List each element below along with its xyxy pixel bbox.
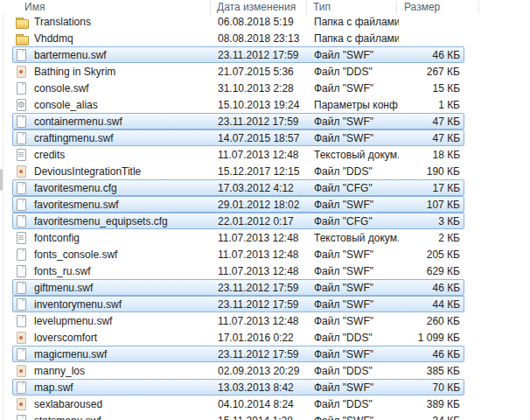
file-name: loverscomfort: [34, 332, 218, 344]
file-size: 1 КБ: [399, 99, 465, 111]
table-row[interactable]: console_alias 15.10.2013 19:24 Параметры…: [12, 96, 464, 113]
table-row[interactable]: bartermenu.swf 23.11.2012 17:59 Файл "SW…: [12, 46, 464, 63]
file-size: 260 КБ: [399, 315, 465, 327]
dds-icon: [15, 364, 29, 378]
file-name: Vhddmq: [34, 32, 218, 45]
file-icon: [15, 281, 29, 295]
file-name: DeviousIntegrationTitle: [34, 165, 218, 178]
table-row[interactable]: console.swf 31.10.2013 2:28 Файл "SWF" 1…: [12, 80, 464, 96]
file-type: Файл "SWF": [314, 315, 399, 327]
column-header-date-modified[interactable]: Дата изменения: [217, 1, 296, 13]
file-type: Файл "SWF": [314, 199, 399, 211]
file-type: Параметры конф...: [314, 99, 399, 111]
file-name: console.swf: [34, 82, 218, 94]
table-row[interactable]: favoritesmenu.swf 29.01.2012 18:02 Файл …: [12, 196, 464, 213]
table-row[interactable]: fonts_ru.swf 11.07.2013 12:48 Файл "SWF"…: [12, 262, 464, 279]
file-size: 205 КБ: [399, 248, 465, 261]
file-size: 46 КБ: [399, 49, 465, 61]
column-separator[interactable]: [396, 2, 397, 14]
file-icon: [15, 48, 29, 62]
file-date-modified: 11.07.2013 12:48: [218, 265, 314, 277]
file-name: fonts_ru.swf: [34, 265, 218, 277]
table-row[interactable]: fonts_console.swf 11.07.2013 12:48 Файл …: [12, 246, 464, 262]
dds-icon: [15, 164, 29, 178]
table-row[interactable]: statsmenu.swf 15.11.2014 1:28 Файл "SWF"…: [12, 412, 464, 420]
file-type: Файл "CFG": [314, 215, 399, 228]
file-type: Папка с файлами: [314, 32, 399, 45]
file-type: Файл "SWF": [314, 282, 399, 294]
table-row[interactable]: Bathing in Skyrim 21.07.2015 5:36 Файл "…: [12, 63, 464, 80]
file-name: fonts_console.swf: [34, 248, 218, 261]
dds-icon: [15, 397, 29, 411]
table-row[interactable]: loverscomfort 17.01.2016 0:22 Файл "DDS"…: [12, 329, 464, 346]
file-size: 47 КБ: [399, 132, 465, 144]
dds-icon: [15, 65, 29, 79]
column-separator[interactable]: [306, 2, 307, 14]
file-size: 1 099 КБ: [399, 332, 465, 344]
table-row[interactable]: containermenu.swf 23.11.2012 17:59 Файл …: [12, 113, 464, 130]
file-name: magicmenu.swf: [34, 348, 218, 360]
table-row[interactable]: fontconfig 11.07.2013 12:48 Текстовый до…: [12, 229, 464, 246]
column-header-size[interactable]: Размер: [404, 1, 440, 13]
table-row[interactable]: manny_los 02.09.2013 20:29 Файл "DDS" 38…: [12, 362, 464, 379]
file-size: 47 КБ: [399, 116, 465, 128]
file-type: Текстовый докум...: [314, 232, 399, 244]
file-size: 107 КБ: [399, 199, 465, 211]
file-date-modified: 23.11.2012 17:59: [218, 49, 314, 61]
file-size: 267 КБ: [399, 66, 465, 78]
file-date-modified: 22.01.2012 0:17: [218, 215, 314, 228]
file-icon: [15, 264, 29, 278]
file-type: Файл "SWF": [314, 382, 399, 394]
table-row[interactable]: inventorymenu.swf 23.11.2012 17:59 Файл …: [12, 296, 464, 312]
file-type: Файл "SWF": [314, 248, 399, 261]
file-date-modified: 31.10.2013 2:28: [218, 82, 314, 94]
text-icon: [15, 148, 29, 162]
file-date-modified: 15.10.2013 19:24: [218, 99, 314, 111]
file-name: map.swf: [34, 382, 218, 394]
file-size: 18 КБ: [399, 149, 465, 161]
file-name: credits: [34, 149, 218, 161]
file-icon: [15, 347, 29, 361]
file-icon: [15, 381, 29, 395]
table-row[interactable]: magicmenu.swf 23.11.2012 17:59 Файл "SWF…: [12, 346, 464, 362]
file-icon: [15, 414, 29, 420]
file-type: Папка с файлами: [314, 16, 399, 28]
file-date-modified: 14.07.2015 18:57: [218, 132, 314, 144]
column-separator[interactable]: [210, 2, 211, 14]
config-icon: [15, 98, 29, 112]
table-row[interactable]: map.swf 13.03.2013 8:42 Файл "SWF" 70 КБ: [12, 379, 464, 396]
table-row[interactable]: credits 11.07.2013 12:48 Текстовый докум…: [12, 146, 464, 163]
file-size: 385 КБ: [399, 365, 465, 377]
file-date-modified: 23.11.2012 17:59: [218, 298, 314, 311]
file-size: 46 КБ: [399, 348, 465, 360]
file-type: Файл "SWF": [314, 82, 399, 94]
column-header-name[interactable]: Имя: [24, 1, 45, 13]
column-header-type[interactable]: Тип: [313, 1, 331, 13]
file-name: inventorymenu.swf: [34, 298, 218, 311]
file-date-modified: 17.01.2016 0:22: [218, 332, 314, 344]
column-headers: Имя Дата изменения Тип Размер: [0, 0, 530, 13]
file-type: Файл "SWF": [314, 348, 399, 360]
file-size: 70 КБ: [399, 382, 465, 394]
table-row[interactable]: DeviousIntegrationTitle 15.12.2017 12:15…: [12, 163, 464, 179]
file-type: Файл "SWF": [314, 298, 399, 311]
file-icon: [15, 248, 29, 262]
file-list: Translations 06.08.2018 5:19 Папка с фай…: [0, 13, 530, 420]
table-row[interactable]: Vhddmq 08.08.2018 23:13 Папка с файлами: [12, 30, 464, 46]
file-size: 629 КБ: [399, 265, 465, 277]
table-row[interactable]: levelupmenu.swf 11.07.2013 12:48 Файл "S…: [12, 312, 464, 329]
table-row[interactable]: sexlabaroused 04.10.2014 8:24 Файл "DDS"…: [12, 396, 464, 412]
table-row[interactable]: favoritesmenu.cfg 17.03.2012 4:12 Файл "…: [12, 179, 464, 196]
file-date-modified: 29.01.2012 18:02: [218, 199, 314, 211]
column-separator[interactable]: [478, 2, 479, 14]
file-type: Текстовый докум...: [314, 149, 399, 161]
table-row[interactable]: giftmenu.swf 23.11.2012 17:59 Файл "SWF"…: [12, 279, 464, 296]
text-icon: [15, 231, 29, 245]
file-type: Файл "DDS": [314, 66, 399, 78]
table-row[interactable]: favoritesmenu_equipsets.cfg 22.01.2012 0…: [12, 213, 464, 229]
file-type: Файл "DDS": [314, 332, 399, 344]
file-type: Файл "SWF": [314, 116, 399, 128]
table-row[interactable]: craftingmenu.swf 14.07.2015 18:57 Файл "…: [12, 130, 464, 146]
table-row[interactable]: Translations 06.08.2018 5:19 Папка с фай…: [12, 13, 464, 30]
file-type: Файл "DDS": [314, 165, 399, 178]
